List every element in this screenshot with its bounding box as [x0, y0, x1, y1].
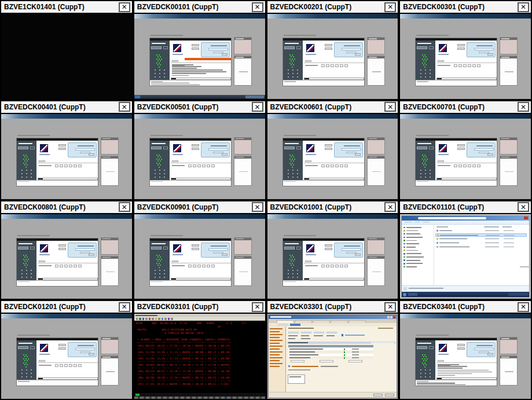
progress-fill — [38, 278, 43, 280]
desktop-caption-text — [151, 35, 183, 36]
content-area — [436, 364, 497, 376]
login-button — [222, 153, 228, 156]
content-tab — [172, 260, 178, 262]
log-header — [18, 281, 30, 282]
sidebar-slider — [19, 243, 32, 244]
content-area — [38, 164, 98, 177]
pink-panel-header — [500, 38, 517, 40]
pink-panel-header — [234, 238, 251, 240]
close-button[interactable]: ✕ — [119, 102, 130, 112]
tab-divider — [38, 362, 98, 363]
file-row — [435, 241, 527, 245]
brand-text — [173, 154, 183, 155]
remote-desktop-thumbnail[interactable] — [267, 314, 398, 399]
close-button[interactable]: ✕ — [119, 302, 130, 312]
pink-panel-header — [368, 238, 384, 240]
close-button[interactable]: ✕ — [518, 202, 529, 212]
remote-desktop-thumbnail[interactable] — [1, 114, 132, 199]
start-orb — [403, 293, 406, 296]
session-window: BZVEDCK01001 (CuppT) ✕ — [266, 200, 399, 300]
log-panel — [150, 280, 231, 286]
side-panel-pink — [367, 37, 385, 54]
cupp-app-window — [16, 138, 98, 186]
close-button[interactable]: ✕ — [252, 302, 263, 312]
progress-fill — [171, 78, 176, 79]
remote-desktop-thumbnail[interactable] — [134, 214, 265, 299]
nav-item — [403, 247, 432, 248]
remote-desktop-thumbnail[interactable] — [400, 314, 531, 399]
green-status-indicators — [289, 255, 291, 256]
remote-window-titlebar — [1, 314, 132, 318]
session-title: BZVEDCK00801 (CuppT) — [1, 203, 86, 211]
remote-desktop-thumbnail[interactable] — [400, 114, 531, 199]
green-status-indicators — [23, 255, 24, 256]
login-button — [89, 153, 94, 156]
close-button[interactable]: ✕ — [518, 302, 529, 312]
close-button[interactable]: ✕ — [252, 102, 263, 112]
desktop-caption-text — [17, 335, 50, 336]
remote-window-titlebar — [400, 114, 531, 119]
close-button[interactable]: ✕ — [384, 202, 396, 212]
company-logo — [439, 144, 447, 152]
sidebar-toggle — [30, 146, 35, 149]
close-button — [385, 394, 394, 397]
remote-desktop-thumbnail[interactable] — [267, 214, 398, 299]
brand-text — [39, 254, 50, 255]
close-button[interactable]: ✕ — [518, 102, 529, 112]
log-header — [18, 381, 30, 382]
field-value — [288, 335, 298, 336]
remote-desktop-thumbnail[interactable] — [1, 14, 132, 99]
option-button-2 — [192, 148, 199, 150]
remote-desktop-thumbnail[interactable] — [267, 14, 398, 99]
field-value — [301, 335, 309, 336]
white-panel-text — [505, 171, 513, 173]
close-button[interactable]: ✕ — [119, 202, 130, 212]
close-button[interactable]: ✕ — [384, 2, 396, 12]
remote-desktop-thumbnail[interactable] — [134, 14, 265, 99]
session-window: BZVEDCK00301 (CuppT) ✕ — [399, 0, 532, 100]
pink-panel-header — [368, 38, 384, 40]
field-header — [326, 332, 337, 333]
side-panel-white — [367, 56, 385, 86]
login-panel — [68, 243, 97, 258]
remote-desktop-thumbnail[interactable] — [1, 314, 132, 399]
session-titlebar: BZVEDCK00701 (CuppT) ✕ — [400, 101, 531, 114]
content-label — [172, 165, 185, 166]
remote-desktop-thumbnail[interactable] — [134, 114, 265, 199]
login-button — [89, 353, 94, 355]
close-button[interactable]: ✕ — [119, 2, 130, 12]
close-button[interactable]: ✕ — [384, 102, 396, 112]
desktop-caption-text — [17, 235, 50, 236]
desktop-caption-text — [416, 335, 449, 336]
session-title: BZVEDCK00901 (CuppT) — [134, 203, 219, 211]
sidebar-slider — [417, 343, 431, 344]
remote-desktop-thumbnail[interactable]: BZVN RN2 05/05/14 H 17:52 PRP 03865 1/ 5… — [134, 314, 265, 399]
content-area — [171, 164, 231, 177]
close-button[interactable]: ✕ — [518, 2, 529, 12]
login-button — [487, 353, 493, 355]
session-window: BZVE1CK01401 (CuppT) ✕ — [0, 0, 133, 100]
close-button[interactable]: ✕ — [252, 202, 263, 212]
brand-text — [306, 254, 316, 255]
progress-fill — [171, 178, 176, 179]
remote-desktop-thumbnail[interactable] — [400, 214, 531, 299]
pink-panel-header — [101, 337, 118, 340]
tab-divider — [436, 163, 497, 163]
remote-desktop-thumbnail[interactable] — [267, 114, 398, 199]
sidebar-toggle — [30, 346, 35, 349]
session-title: BZVEDCK03101 (CuppT) — [134, 303, 219, 311]
nav-item — [403, 259, 432, 261]
progress-fill — [38, 378, 43, 379]
remote-desktop-thumbnail[interactable] — [400, 14, 531, 99]
content-tab — [305, 60, 311, 62]
white-panel-header — [234, 156, 251, 159]
app-sidebar — [17, 141, 36, 181]
remote-desktop-thumbnail[interactable] — [1, 214, 132, 299]
log-panel — [416, 380, 497, 386]
green-status-indicators — [156, 255, 157, 256]
explorer-window — [401, 215, 530, 298]
close-button[interactable]: ✕ — [252, 2, 263, 12]
close-button[interactable]: ✕ — [384, 302, 396, 312]
option-button-1 — [58, 144, 66, 146]
login-label — [78, 145, 94, 146]
